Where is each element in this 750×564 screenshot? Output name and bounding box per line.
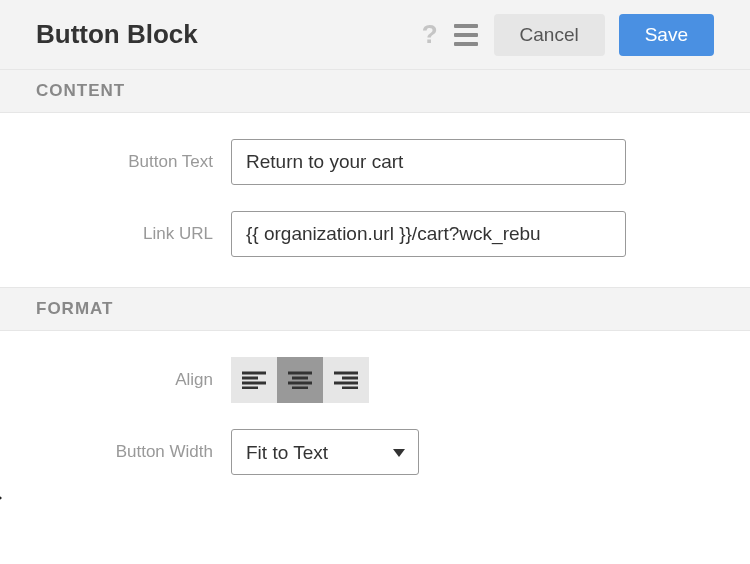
section-format: Align [0,331,750,505]
align-group [231,357,369,403]
row-button-width: Button Width Fit to Text [36,429,714,475]
button-width-select[interactable]: Fit to Text [231,429,419,475]
align-center-button[interactable] [277,357,323,403]
page-title: Button Block [36,19,198,50]
align-left-button[interactable] [231,357,277,403]
cancel-button[interactable]: Cancel [494,14,605,56]
label-button-width: Button Width [36,442,231,462]
header-bar: Button Block ? Cancel Save [0,0,750,70]
label-link-url: Link URL [36,224,231,244]
link-url-input[interactable] [231,211,626,257]
section-header-format: FORMAT [0,287,750,331]
label-align: Align [36,370,231,390]
section-header-content: CONTENT [0,70,750,113]
row-align: Align [36,357,714,403]
save-button[interactable]: Save [619,14,714,56]
panel-pointer-icon [0,488,2,508]
row-link-url: Link URL [36,211,714,257]
align-center-icon [288,371,312,389]
label-button-text: Button Text [36,152,231,172]
header-actions: ? Cancel Save [422,14,714,56]
help-icon[interactable]: ? [422,19,438,50]
button-text-input[interactable] [231,139,626,185]
section-content: Button Text Link URL [0,113,750,287]
menu-icon[interactable] [452,20,480,50]
align-left-icon [242,371,266,389]
row-button-text: Button Text [36,139,714,185]
align-right-icon [334,371,358,389]
align-right-button[interactable] [323,357,369,403]
